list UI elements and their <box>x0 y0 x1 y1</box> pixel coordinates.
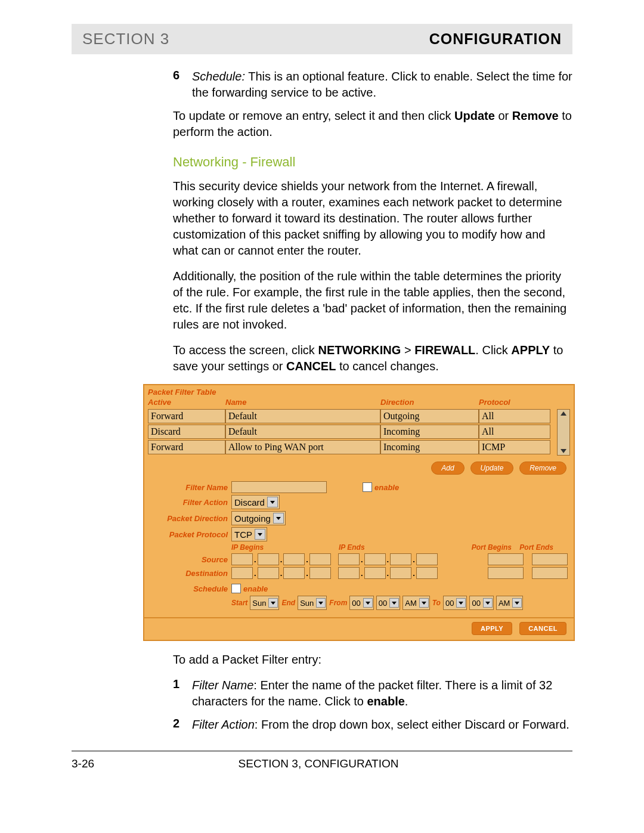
ip-octet-input[interactable] <box>364 553 386 565</box>
table-header: Active Name Direction Protocol <box>144 397 574 409</box>
chevron-down-icon <box>512 598 522 608</box>
table-row[interactable]: Discard Default Incoming All <box>148 425 557 439</box>
footer-title: SECTION 3, CONFIGURATION <box>239 757 399 770</box>
dest-port-begins-input[interactable] <box>488 567 524 579</box>
port-begins-header: Port Begins <box>458 543 512 552</box>
source-ip-begins: . . . <box>231 553 331 565</box>
from-label: From <box>329 599 347 607</box>
scroll-down-icon[interactable] <box>561 449 566 453</box>
to-ampm-select[interactable]: AM <box>496 596 524 610</box>
firewall-panel: Packet Filter Table Active Name Directio… <box>143 384 575 641</box>
ip-ends-header: IP Ends <box>339 543 458 552</box>
packet-direction-select[interactable]: Outgoing <box>231 511 286 525</box>
paragraph: To update or remove an entry, select it … <box>173 108 572 140</box>
section-heading: Networking - Firewall <box>173 154 572 170</box>
packet-protocol-label: Packet Protocol <box>150 530 231 539</box>
from-ampm-select[interactable]: AM <box>402 596 430 610</box>
source-label: Source <box>150 555 231 564</box>
to-min-select[interactable]: 00 <box>469 596 493 610</box>
table-row[interactable]: Forward Default Outgoing All <box>148 409 557 423</box>
chevron-down-icon <box>456 598 466 608</box>
paragraph: To access the screen, click NETWORKING >… <box>173 342 572 374</box>
ip-octet-input[interactable] <box>338 553 360 565</box>
ip-begins-header: IP Begins <box>231 543 339 552</box>
chevron-down-icon <box>483 598 493 608</box>
source-ip-ends: . . . <box>338 553 438 565</box>
page-footer: 3-26 SECTION 3, CONFIGURATION <box>72 751 572 770</box>
enable-checkbox[interactable] <box>363 482 372 492</box>
filter-action-select[interactable]: Discard <box>231 495 280 509</box>
enable-label: enable <box>374 483 399 492</box>
ip-octet-input[interactable] <box>258 553 279 565</box>
filter-name-input[interactable] <box>231 481 327 493</box>
table-row[interactable]: Forward Allow to Ping WAN port Incoming … <box>148 440 557 454</box>
paragraph: Additionally, the position of the rule w… <box>173 268 572 333</box>
dest-ip-begins: . . . <box>231 567 331 579</box>
item-number: 2 <box>173 717 182 733</box>
list-item: 1 Filter Name: Enter the name of the pac… <box>173 677 572 710</box>
ip-octet-input[interactable] <box>231 553 253 565</box>
ip-octet-input[interactable] <box>364 567 386 579</box>
paragraph: To add a Packet Filter entry: <box>173 652 572 668</box>
cancel-button[interactable]: CANCEL <box>519 622 566 635</box>
page-number: 3-26 <box>72 757 94 770</box>
col-active: Active <box>148 398 225 407</box>
to-hour-select[interactable]: 00 <box>443 596 467 610</box>
paragraph: This security device shields your networ… <box>173 178 572 259</box>
ip-octet-input[interactable] <box>416 567 438 579</box>
scrollbar[interactable] <box>557 409 570 456</box>
end-label: End <box>281 599 295 607</box>
item-text: Filter Action: From the drop down box, s… <box>192 717 569 733</box>
scroll-up-icon[interactable] <box>561 411 566 416</box>
chevron-down-icon <box>389 598 399 608</box>
ip-octet-input[interactable] <box>231 567 253 579</box>
packet-direction-label: Packet Direction <box>150 514 231 523</box>
header-section: SECTION 3 <box>82 30 169 48</box>
dest-ip-ends: . . . <box>338 567 438 579</box>
port-ends-header: Port Ends <box>512 543 553 552</box>
packet-protocol-select[interactable]: TCP <box>231 527 267 541</box>
col-protocol: Protocol <box>479 398 550 407</box>
item-number: 1 <box>173 677 182 710</box>
item-text: Filter Name: Enter the name of the packe… <box>192 677 572 710</box>
chevron-down-icon <box>419 598 429 608</box>
ip-octet-input[interactable] <box>283 567 305 579</box>
chevron-down-icon <box>316 598 326 608</box>
ip-octet-input[interactable] <box>283 553 305 565</box>
ip-octet-input[interactable] <box>390 567 411 579</box>
col-direction: Direction <box>380 398 479 407</box>
filter-action-label: Filter Action <box>150 498 231 507</box>
from-hour-select[interactable]: 00 <box>349 596 373 610</box>
schedule-enable-label: enable <box>243 584 268 593</box>
chevron-down-icon <box>255 529 265 540</box>
chevron-down-icon <box>273 513 284 524</box>
end-day-select[interactable]: Sun <box>298 596 327 610</box>
ip-octet-input[interactable] <box>416 553 438 565</box>
filter-name-label: Filter Name <box>150 483 231 492</box>
remove-button[interactable]: Remove <box>519 462 566 475</box>
list-item: 6 Schedule: This is an optional feature.… <box>173 69 572 101</box>
chevron-down-icon <box>363 598 373 608</box>
chevron-down-icon <box>268 598 278 608</box>
from-min-select[interactable]: 00 <box>376 596 400 610</box>
start-day-select[interactable]: Sun <box>250 596 279 610</box>
apply-button[interactable]: APPLY <box>472 622 512 635</box>
panel-title: Packet Filter Table <box>144 385 574 397</box>
schedule-enable-checkbox[interactable] <box>231 584 241 593</box>
dest-port-ends-input[interactable] <box>532 567 568 579</box>
ip-octet-input[interactable] <box>258 567 279 579</box>
schedule-label: Schedule <box>150 584 231 593</box>
ip-octet-input[interactable] <box>338 567 360 579</box>
source-port-ends-input[interactable] <box>532 553 568 565</box>
list-item: 2 Filter Action: From the drop down box,… <box>173 717 572 733</box>
ip-octet-input[interactable] <box>309 567 331 579</box>
ip-octet-input[interactable] <box>309 553 331 565</box>
source-port-begins-input[interactable] <box>488 553 524 565</box>
destination-label: Destination <box>150 569 231 578</box>
add-button[interactable]: Add <box>431 462 464 475</box>
page-header: SECTION 3 CONFIGURATION <box>72 24 572 54</box>
update-button[interactable]: Update <box>470 462 514 475</box>
item-number: 6 <box>173 69 182 101</box>
ip-octet-input[interactable] <box>390 553 411 565</box>
chevron-down-icon <box>267 497 278 507</box>
